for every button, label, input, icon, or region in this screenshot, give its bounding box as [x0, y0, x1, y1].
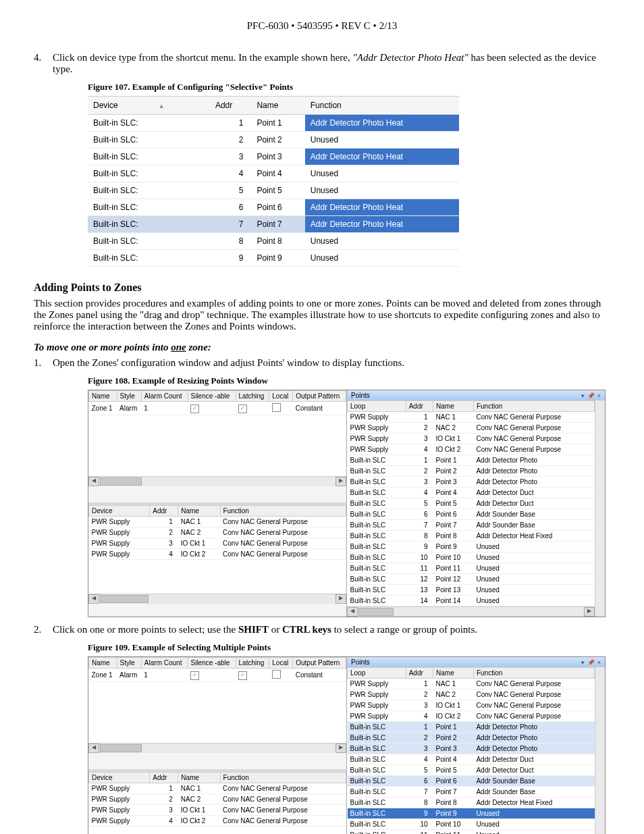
fig107-row[interactable]: Built-in SLC:4Point 4Unused [88, 165, 459, 182]
points-row[interactable]: Built-in SLC13Point 13Unused [348, 585, 595, 596]
device-col[interactable]: Device [89, 505, 150, 516]
sort-asc-icon[interactable]: ▲ [159, 103, 165, 109]
points-row[interactable]: Built-in SLC3Point 3Addr Detector Photo [348, 477, 595, 488]
points-row[interactable]: PWR Supply4IO Ckt 2Conv NAC General Purp… [348, 711, 595, 722]
points-row[interactable]: PWR Supply1NAC 1Conv NAC General Purpose [348, 679, 595, 689]
points-row[interactable]: Built-in SLC5Point 5Addr Detector Duct [348, 498, 595, 509]
points-row[interactable]: Built-in SLC11Point 11Unused [348, 563, 595, 574]
points-col[interactable]: Addr [406, 668, 433, 679]
points-row[interactable]: PWR Supply2NAC 2Conv NAC General Purpose [348, 423, 595, 434]
scroll-left-icon[interactable]: ◀ [88, 477, 99, 486]
fig107-col-name[interactable]: Name [251, 97, 304, 115]
close-icon[interactable]: × [597, 392, 601, 399]
scroll-thumb[interactable] [100, 595, 149, 603]
points-row[interactable]: Built-in SLC4Point 4Addr Detector Duct [348, 754, 595, 765]
checkbox[interactable]: ✓ [238, 671, 247, 680]
scrollbar-vertical[interactable] [595, 667, 605, 834]
points-row[interactable]: Built-in SLC10Point 10Unused [348, 552, 595, 563]
scroll-left-icon[interactable]: ◀ [347, 607, 358, 617]
fig107-row[interactable]: Built-in SLC:2Point 2Unused [88, 132, 459, 149]
points-row[interactable]: Built-in SLC2Point 2Addr Detector Photo [348, 733, 595, 744]
device-row[interactable]: PWR Supply4IO Ckt 2Conv NAC General Purp… [89, 815, 346, 826]
points-row[interactable]: Built-in SLC5Point 5Addr Detector Duct [348, 765, 595, 776]
points-pane-title[interactable]: Points▾📌× [347, 390, 605, 400]
points-row[interactable]: Built-in SLC9Point 9Unused [348, 542, 595, 552]
device-row[interactable]: PWR Supply1NAC 1Conv NAC General Purpose [89, 783, 346, 793]
fig107-row[interactable]: Built-in SLC:9Point 9Unused [88, 250, 459, 267]
pin-icon[interactable]: 📌 [587, 659, 595, 666]
points-row[interactable]: Built-in SLC3Point 3Addr Detector Photo [348, 744, 595, 754]
scroll-thumb[interactable] [358, 608, 394, 616]
scroll-left-icon[interactable]: ◀ [88, 594, 99, 604]
points-row[interactable]: Built-in SLC1Point 1Addr Detector Photo [348, 455, 595, 466]
device-row[interactable]: PWR Supply4IO Ckt 2Conv NAC General Purp… [89, 548, 346, 559]
points-row[interactable]: Built-in SLC8Point 8Addr Detector Heat F… [348, 798, 595, 808]
scroll-right-icon[interactable]: ▶ [336, 744, 346, 753]
device-col[interactable]: Name [178, 505, 220, 516]
scrollbar-horizontal[interactable]: ◀▶ [88, 476, 346, 486]
zones-col[interactable]: Alarm Count [141, 658, 188, 669]
device-row[interactable]: PWR Supply3IO Ckt 1Conv NAC General Purp… [89, 538, 346, 548]
device-row[interactable]: PWR Supply2NAC 2Conv NAC General Purpose [89, 527, 346, 538]
points-row[interactable]: Built-in SLC7Point 7Addr Sounder Base [348, 787, 595, 798]
points-row[interactable]: Built-in SLC8Point 8Addr Detector Heat F… [348, 531, 595, 542]
zones-col[interactable]: Local [269, 658, 293, 669]
scrollbar-horizontal[interactable]: ◀▶ [347, 606, 595, 617]
fig107-row[interactable]: Built-in SLC:8Point 8Unused [88, 233, 459, 250]
points-row[interactable]: Built-in SLC2Point 2Addr Detector Photo [348, 466, 595, 477]
zones-col[interactable]: Style [117, 658, 141, 669]
dropdown-icon[interactable]: ▾ [581, 392, 585, 399]
scroll-thumb[interactable] [100, 477, 142, 486]
zones-col[interactable]: Output Pattern [293, 658, 346, 669]
scrollbar-vertical[interactable] [595, 400, 605, 617]
points-pane-title[interactable]: Points▾📌× [347, 657, 605, 667]
zones-col[interactable]: Local [269, 391, 293, 402]
zones-col[interactable]: Silence -able [188, 391, 236, 402]
zones-col[interactable]: Latching [236, 658, 269, 669]
device-table[interactable]: DeviceAddrNameFunctionPWR Supply1NAC 1Co… [88, 505, 346, 560]
fig107-col-addr[interactable]: Addr [210, 97, 252, 115]
zones-table[interactable]: NameStyleAlarm CountSilence -ableLatchin… [88, 657, 346, 682]
points-col[interactable]: Function [473, 401, 594, 412]
device-col[interactable]: Function [220, 772, 346, 783]
device-row[interactable]: PWR Supply2NAC 2Conv NAC General Purpose [89, 793, 346, 804]
points-row[interactable]: Built-in SLC14Point 14Unused [348, 596, 595, 606]
points-table[interactable]: LoopAddrNameFunctionPWR Supply1NAC 1Conv… [347, 400, 595, 606]
scroll-right-icon[interactable]: ▶ [336, 477, 346, 486]
scroll-left-icon[interactable]: ◀ [88, 744, 99, 753]
checkbox[interactable]: ✓ [190, 671, 199, 680]
fig107-row[interactable]: Built-in SLC:5Point 5Unused [88, 182, 459, 199]
points-row[interactable]: Built-in SLC9Point 9Unused [348, 808, 595, 819]
points-col[interactable]: Function [473, 668, 594, 679]
zone-row[interactable]: Zone 1Alarm1✓✓Constant [89, 402, 346, 415]
scroll-right-icon[interactable]: ▶ [584, 607, 595, 617]
points-col[interactable]: Addr [406, 401, 433, 412]
device-row[interactable]: PWR Supply1NAC 1Conv NAC General Purpose [89, 516, 346, 527]
zones-col[interactable]: Silence -able [188, 658, 236, 669]
points-col[interactable]: Loop [348, 668, 406, 679]
points-table[interactable]: LoopAddrNameFunctionPWR Supply1NAC 1Conv… [347, 667, 595, 834]
zones-col[interactable]: Name [89, 391, 117, 402]
scroll-right-icon[interactable]: ▶ [336, 594, 346, 604]
device-col[interactable]: Device [89, 772, 150, 783]
points-row[interactable]: PWR Supply3IO Ckt 1Conv NAC General Purp… [348, 434, 595, 444]
points-row[interactable]: Built-in SLC10Point 10Unused [348, 819, 595, 830]
points-row[interactable]: Built-in SLC7Point 7Addr Sounder Base [348, 520, 595, 531]
zones-col[interactable]: Output Pattern [293, 391, 346, 402]
fig107-row[interactable]: Built-in SLC:6Point 6Addr Detector Photo… [88, 199, 459, 216]
fig107-col-device[interactable]: Device▲ [88, 97, 210, 115]
points-col[interactable]: Loop [348, 401, 406, 412]
device-col[interactable]: Addr [150, 772, 178, 783]
zones-col[interactable]: Style [117, 391, 141, 402]
fig107-row[interactable]: Built-in SLC:3Point 3Addr Detector Photo… [88, 149, 459, 165]
checkbox[interactable] [272, 670, 281, 679]
device-table[interactable]: DeviceAddrNameFunctionPWR Supply1NAC 1Co… [88, 772, 346, 827]
zones-col[interactable]: Name [89, 658, 117, 669]
fig107-col-func[interactable]: Function [305, 97, 459, 115]
device-col[interactable]: Name [178, 772, 220, 783]
points-row[interactable]: PWR Supply2NAC 2Conv NAC General Purpose [348, 689, 595, 700]
zones-table[interactable]: NameStyleAlarm CountSilence -ableLatchin… [88, 390, 346, 415]
checkbox[interactable]: ✓ [238, 405, 247, 413]
points-col[interactable]: Name [433, 401, 474, 412]
points-col[interactable]: Name [433, 668, 474, 679]
